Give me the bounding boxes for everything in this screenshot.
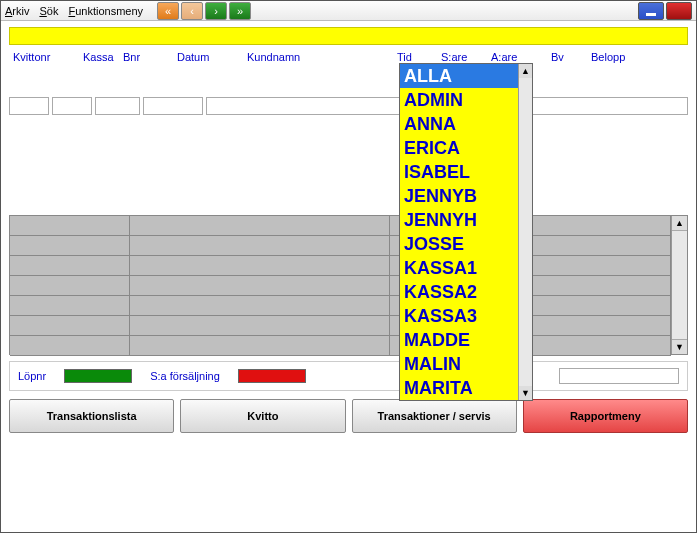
dropdown-item[interactable]: JOSSE <box>400 232 518 256</box>
scroll-down-icon[interactable]: ▼ <box>672 339 687 354</box>
scroll-up-icon[interactable]: ▲ <box>519 64 532 78</box>
dropdown-item[interactable]: MARITA <box>400 376 518 400</box>
filter-input-3[interactable] <box>95 97 140 115</box>
header-belopp[interactable]: Belopp <box>591 51 651 63</box>
menu-bar: Arkiv Sök Funktionsmeny « ‹ › » <box>1 1 696 21</box>
dropdown-scrollbar[interactable]: ▲ ▼ <box>518 64 532 400</box>
dropdown-item[interactable]: KASSA2 <box>400 280 518 304</box>
scroll-down-icon[interactable]: ▼ <box>519 386 532 400</box>
content-area: Kvittonr Kassa Bnr Datum Kundnamn Tid S:… <box>1 21 696 532</box>
table-row[interactable] <box>10 236 671 256</box>
dropdown-item[interactable]: ANNA <box>400 112 518 136</box>
scroll-up-icon[interactable]: ▲ <box>672 216 687 231</box>
rapportmeny-button[interactable]: Rapportmeny <box>523 399 688 433</box>
nav-prev-button[interactable]: ‹ <box>181 2 203 20</box>
lopnr-swatch <box>64 369 132 383</box>
header-bv[interactable]: Bv <box>551 51 591 63</box>
header-kvittonr[interactable]: Kvittonr <box>13 51 83 63</box>
summary-row: Löpnr S:a försäljning <box>9 361 688 391</box>
menu-sok[interactable]: Sök <box>39 5 58 17</box>
table-row[interactable] <box>10 316 671 336</box>
dropdown-item[interactable]: MALIN <box>400 352 518 376</box>
window-controls <box>638 2 692 20</box>
menu-funktionsmeny[interactable]: Funktionsmeny <box>68 5 143 17</box>
header-aare[interactable]: A:are <box>491 51 551 63</box>
header-tid[interactable]: Tid <box>397 51 441 63</box>
dropdown-item[interactable]: ERICA <box>400 136 518 160</box>
summary-lopnr-label: Löpnr <box>18 370 46 382</box>
transaktionslista-button[interactable]: Transaktionslista <box>9 399 174 433</box>
filter-input-2[interactable] <box>52 97 92 115</box>
kvitto-button[interactable]: Kvitto <box>180 399 345 433</box>
table-row[interactable] <box>10 256 671 276</box>
dropdown-item[interactable]: ADMIN <box>400 88 518 112</box>
dropdown-item[interactable]: KASSA1 <box>400 256 518 280</box>
action-button-row: Transaktionslista Kvitto Transaktioner /… <box>9 399 688 433</box>
close-button[interactable] <box>666 2 692 20</box>
grid-scrollbar[interactable]: ▲ ▼ <box>671 216 687 354</box>
dropdown-item[interactable]: KASSA3 <box>400 304 518 328</box>
dropdown-item[interactable]: JENNYH <box>400 208 518 232</box>
summary-sa-label: S:a försäljning <box>150 370 220 382</box>
filter-input-4[interactable] <box>143 97 203 115</box>
dropdown-item[interactable]: JENNYB <box>400 184 518 208</box>
detail-grid: ▲ ▼ <box>9 215 688 355</box>
sa-swatch <box>238 369 306 383</box>
nav-next-button[interactable]: › <box>205 2 227 20</box>
header-kassa[interactable]: Kassa <box>83 51 123 63</box>
header-datum[interactable]: Datum <box>177 51 247 63</box>
dropdown-item[interactable]: MADDE <box>400 328 518 352</box>
summary-value-input[interactable] <box>559 368 679 384</box>
dropdown-item[interactable]: ISABEL <box>400 160 518 184</box>
table-row[interactable] <box>10 216 671 236</box>
minimize-button[interactable] <box>638 2 664 20</box>
table-row[interactable] <box>10 336 671 356</box>
nav-first-button[interactable]: « <box>157 2 179 20</box>
table-row[interactable] <box>10 296 671 316</box>
highlight-strip <box>9 27 688 45</box>
header-kundnamn[interactable]: Kundnamn <box>247 51 397 63</box>
header-bnr[interactable]: Bnr <box>123 51 177 63</box>
nav-last-button[interactable]: » <box>229 2 251 20</box>
menu-arkiv[interactable]: Arkiv <box>5 5 29 17</box>
table-row[interactable] <box>10 276 671 296</box>
column-headers: Kvittonr Kassa Bnr Datum Kundnamn Tid S:… <box>9 49 688 69</box>
dropdown-item[interactable]: ALLA <box>400 64 518 88</box>
filter-input-row <box>9 97 688 115</box>
sare-dropdown[interactable]: ALLAADMINANNAERICAISABELJENNYBJENNYHJOSS… <box>399 63 533 401</box>
transaktioner-servis-button[interactable]: Transaktioner / servis <box>352 399 517 433</box>
nav-button-group: « ‹ › » <box>157 2 251 20</box>
header-sare[interactable]: S:are <box>441 51 491 63</box>
filter-input-1[interactable] <box>9 97 49 115</box>
